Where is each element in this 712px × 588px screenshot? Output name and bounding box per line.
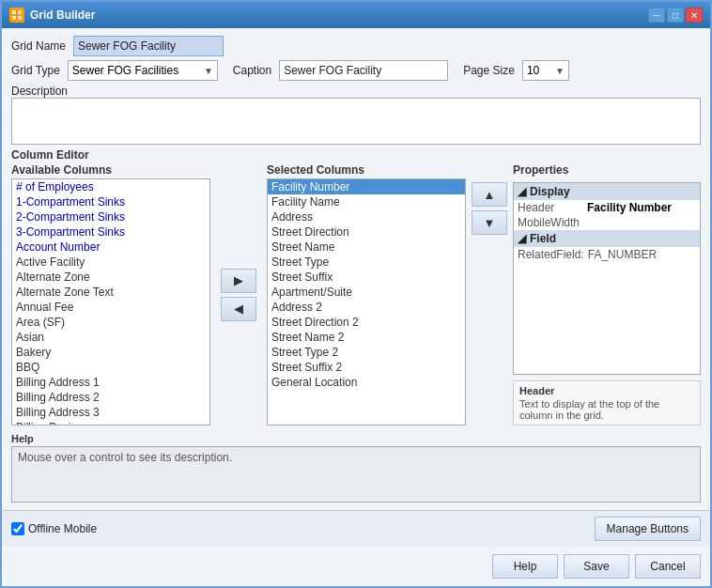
move-up-button[interactable]: ▲ [472,182,507,207]
move-down-button[interactable]: ▼ [472,210,507,235]
selected-item[interactable]: Street Type 2 [268,345,465,360]
selected-item[interactable]: Street Direction [268,224,465,240]
add-column-button[interactable]: ▶ [221,269,256,293]
available-columns-panel: Available Columns # of Employees1-Compar… [11,163,210,426]
properties-label: Properties [513,163,701,177]
grid-name-label: Grid Name [11,39,66,53]
page-size-arrow: ▼ [555,66,565,76]
column-editor-inner: Available Columns # of Employees1-Compar… [11,163,701,426]
main-window: Grid Builder ─ □ ✕ Grid Name Grid Type S… [0,0,712,588]
selected-item[interactable]: Street Suffix 2 [268,360,465,375]
description-box[interactable] [11,98,701,145]
available-item[interactable]: Area (SF) [12,315,209,330]
svg-rect-3 [18,16,22,20]
remove-column-button[interactable]: ◀ [221,297,256,321]
available-item[interactable]: 2-Compartment Sinks [12,209,209,224]
offline-mobile-label: Offline Mobile [28,522,97,535]
mobile-width-prop-row: MobileWidth [514,215,700,230]
close-button[interactable]: ✕ [686,8,703,23]
bottom-bar: Offline Mobile Manage Buttons [2,510,710,547]
manage-buttons-button[interactable]: Manage Buttons [595,517,701,541]
field-section-label: Field [530,232,556,245]
caption-input[interactable] [279,60,448,81]
mobile-width-key: MobileWidth [518,216,583,229]
help-button[interactable]: Help [492,554,558,579]
svg-rect-2 [12,16,16,20]
available-item[interactable]: Billing Business [12,420,209,426]
field-section-header: ◢ Field [514,230,700,247]
bottom-left: Offline Mobile [11,522,97,535]
title-bar-left: Grid Builder [9,8,95,23]
selected-item[interactable]: Address [268,209,465,224]
selected-item[interactable]: Apartment/Suite [268,285,465,300]
grid-name-input[interactable] [73,36,224,56]
selected-item[interactable]: Street Type [268,255,465,270]
display-section-header: ◢ Display [514,183,700,200]
available-item[interactable]: Account Number [12,240,209,255]
related-field-prop-row: RelatedField: FA_NUMBER [514,247,700,262]
available-item[interactable]: 3-Compartment Sinks [12,224,209,240]
add-remove-buttons: ▶ ◀ [216,163,261,426]
title-controls: ─ □ ✕ [648,8,703,23]
field-collapse-icon[interactable]: ◢ [518,232,526,245]
header-desc-title: Header [519,385,694,396]
grid-type-combo[interactable]: Sewer FOG Facilities ▼ [68,60,218,81]
selected-item[interactable]: Street Name 2 [268,330,465,345]
selected-item[interactable]: Address 2 [268,300,465,315]
svg-rect-0 [12,10,16,14]
help-label: Help [11,433,701,444]
selected-columns-listbox[interactable]: Facility NumberFacility NameAddressStree… [267,178,466,426]
window-title: Grid Builder [30,8,95,22]
selected-item[interactable]: General Location [268,375,465,390]
available-item[interactable]: Billing Address 1 [12,375,209,390]
cancel-button[interactable]: Cancel [635,554,701,579]
display-section-label: Display [530,185,570,198]
header-prop-key: Header [518,201,583,214]
available-item[interactable]: BBQ [12,360,209,375]
selected-item[interactable]: Street Suffix [268,270,465,285]
related-field-key: RelatedField: [518,248,584,261]
grid-name-row: Grid Name [11,36,701,56]
available-item[interactable]: Billing Address 2 [12,390,209,405]
available-item[interactable]: Alternate Zone Text [12,285,209,300]
maximize-button[interactable]: □ [667,8,684,23]
available-item[interactable]: # of Employees [12,179,209,194]
main-content: Grid Name Grid Type Sewer FOG Facilities… [2,28,710,510]
available-item[interactable]: Billing Address 3 [12,405,209,420]
available-columns-label: Available Columns [11,163,210,177]
description-row: Description [11,85,701,145]
column-editor-label: Column Editor [11,148,701,162]
selected-columns-label: Selected Columns [267,163,466,177]
help-box: Mouse over a control to see its descript… [11,446,701,503]
svg-rect-1 [18,10,22,14]
selected-item[interactable]: Street Name [268,240,465,255]
available-item[interactable]: Active Facility [12,255,209,270]
properties-box: ◢ Display Header Facility Number MobileW… [513,182,701,375]
column-editor-section: Column Editor Available Columns # of Emp… [11,148,701,426]
title-bar: Grid Builder ─ □ ✕ [2,2,710,28]
display-collapse-icon[interactable]: ◢ [518,185,526,198]
available-item[interactable]: Annual Fee [12,300,209,315]
available-item[interactable]: Alternate Zone [12,270,209,285]
up-down-buttons: ▲ ▼ [472,163,507,426]
offline-mobile-checkbox[interactable] [11,522,24,535]
caption-label: Caption [233,64,271,77]
description-label: Description [11,85,68,98]
selected-item[interactable]: Facility Number [268,179,465,194]
available-item[interactable]: Asian [12,330,209,345]
header-prop-row: Header Facility Number [514,200,700,215]
available-item[interactable]: 1-Compartment Sinks [12,194,209,209]
page-size-combo[interactable]: 10 ▼ [522,60,569,81]
offline-mobile-wrap: Offline Mobile [11,522,97,535]
minimize-button[interactable]: ─ [648,8,665,23]
final-buttons-row: Help Save Cancel [2,550,710,586]
selected-item[interactable]: Facility Name [268,194,465,209]
page-size-label: Page Size [463,64,515,77]
selected-item[interactable]: Street Direction 2 [268,315,465,330]
available-item[interactable]: Bakery [12,345,209,360]
save-button[interactable]: Save [564,554,629,579]
available-columns-listbox[interactable]: # of Employees1-Compartment Sinks2-Compa… [11,178,210,426]
app-icon [9,8,24,23]
grid-type-row: Grid Type Sewer FOG Facilities ▼ Caption… [11,60,701,81]
properties-panel: Properties ◢ Display Header Facility Num… [513,163,701,426]
